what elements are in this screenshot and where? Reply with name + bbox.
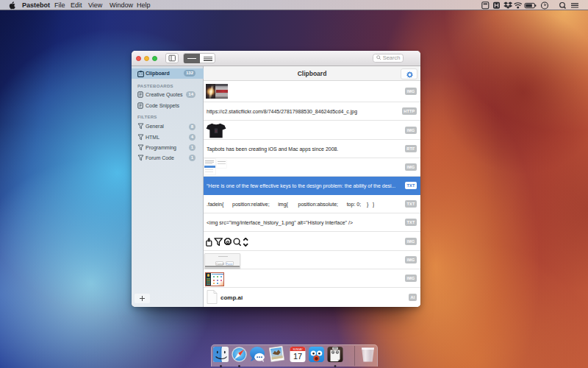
svg-text:SUNDAY: SUNDAY <box>293 348 303 351</box>
svg-text:17: 17 <box>293 352 302 361</box>
